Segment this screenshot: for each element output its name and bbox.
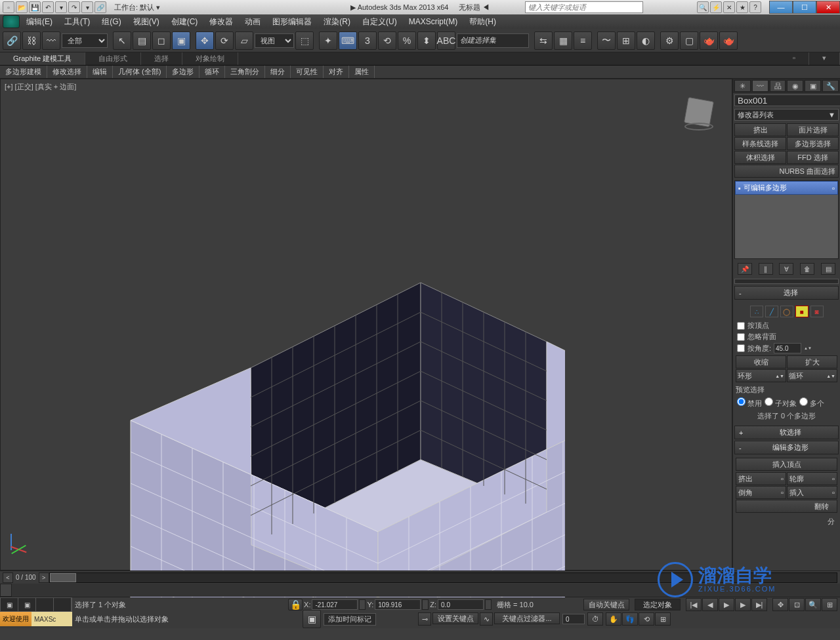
viewcube[interactable] — [679, 92, 719, 132]
link-tool-icon[interactable]: 🔗 — [3, 31, 21, 50]
favorite-icon[interactable]: ★ — [736, 1, 748, 13]
polygon-subobj-icon[interactable]: ■ — [795, 306, 808, 317]
help-icon[interactable]: ? — [749, 1, 761, 13]
patch-select-button[interactable]: 面片选择 — [787, 123, 839, 136]
link-icon[interactable]: 🔗 — [94, 1, 106, 13]
current-frame-input[interactable] — [562, 614, 585, 624]
angle-spinner[interactable] — [774, 343, 801, 353]
redo-drop-icon[interactable]: ▾ — [81, 1, 93, 13]
selection-rollout-header[interactable]: -选择 — [734, 286, 839, 300]
track-config-icon[interactable] — [0, 584, 12, 597]
ribbon-geometry[interactable]: 几何体 (全部) — [113, 66, 167, 78]
rotate-tool-icon[interactable]: ⟳ — [215, 31, 234, 50]
motion-tab-icon[interactable]: ◉ — [787, 80, 803, 92]
make-unique-icon[interactable]: ∀ — [779, 263, 793, 275]
ffd-select-button[interactable]: FFD 选择 — [787, 151, 839, 164]
time-config-icon[interactable]: ⏱ — [587, 612, 603, 626]
auto-key-button[interactable]: 自动关键点 — [583, 599, 629, 610]
menu-create[interactable]: 创建(C) — [166, 15, 203, 29]
nav-pan-icon[interactable]: ✋ — [606, 612, 621, 626]
menu-views[interactable]: 视图(V) — [128, 15, 165, 29]
remove-mod-icon[interactable]: 🗑 — [800, 263, 814, 275]
time-prev-icon[interactable]: < — [3, 572, 13, 583]
inset-button[interactable]: 插入▫ — [787, 486, 837, 499]
render-prod-icon[interactable]: 🫖 — [719, 31, 738, 50]
grow-button[interactable]: 扩大 — [787, 355, 837, 369]
keyboard-shortcut-icon[interactable]: ⌨ — [339, 31, 357, 50]
bind-spacewarp-icon[interactable]: 〰 — [42, 31, 60, 50]
script-btn-2[interactable]: ▣ — [18, 598, 36, 611]
minimize-button[interactable]: — — [769, 1, 793, 14]
window-crossing-icon[interactable]: ▣ — [172, 31, 190, 50]
select-object-icon[interactable]: ↖ — [113, 31, 131, 50]
show-end-icon[interactable]: ∥ — [759, 263, 773, 275]
layers-icon[interactable]: ≡ — [574, 31, 592, 50]
subscription-icon[interactable]: ⚡ — [710, 1, 722, 13]
ribbon-expand-icon[interactable]: ▾ — [809, 52, 840, 65]
pivot-center-icon[interactable]: ⬚ — [295, 31, 314, 50]
z-coord-input[interactable] — [438, 599, 484, 610]
display-tab-icon[interactable]: ▣ — [805, 80, 821, 92]
edit-named-sel-icon[interactable]: ABC — [437, 31, 455, 50]
ribbon-tab-freeform[interactable]: 自由形式 — [85, 52, 141, 65]
pin-stack-icon[interactable]: 📌 — [738, 263, 752, 275]
soft-selection-rollout-header[interactable]: +软选择 — [734, 426, 839, 439]
undo-drop-icon[interactable]: ▾ — [55, 1, 67, 13]
hierarchy-tab-icon[interactable]: 品 — [770, 80, 786, 92]
menu-rendering[interactable]: 渲染(R) — [318, 15, 356, 29]
named-selection-input[interactable] — [457, 33, 529, 48]
preview-off-radio[interactable]: 禁用 — [737, 397, 762, 409]
add-time-tag-text[interactable]: 添加时间标记 — [324, 613, 376, 626]
time-slider-handle[interactable] — [50, 573, 76, 582]
time-next-icon[interactable]: > — [39, 572, 49, 583]
redo-icon[interactable]: ↷ — [68, 1, 80, 13]
ribbon-align[interactable]: 对齐 — [324, 66, 349, 78]
ribbon-tab-paint[interactable]: 对象绘制 — [182, 52, 238, 65]
ribbon-tab-graphite[interactable]: Graphite 建模工具 — [0, 52, 85, 65]
nav-max-icon[interactable]: ⊞ — [655, 612, 671, 626]
ribbon-modify-sel[interactable]: 修改选择 — [47, 66, 87, 78]
ribbon-tab-selection[interactable]: 选择 — [141, 52, 182, 65]
create-tab-icon[interactable]: ✳ — [734, 80, 751, 92]
menu-customize[interactable]: 自定义(U) — [357, 15, 402, 29]
menu-animation[interactable]: 动画 — [240, 15, 266, 29]
selection-filter-dropdown[interactable]: 全部 — [62, 33, 108, 48]
nav-orbit-icon[interactable]: ⟲ — [639, 612, 654, 626]
new-icon[interactable]: ▫ — [3, 1, 14, 13]
maxscript-label[interactable]: MAXSc — [32, 612, 72, 626]
edit-poly-rollout-header[interactable]: -编辑多边形 — [734, 441, 839, 454]
manipulate-icon[interactable]: ✦ — [319, 31, 337, 50]
flip-button[interactable]: 翻转 — [736, 500, 837, 513]
lock-selection-icon[interactable]: 🔒 — [288, 599, 303, 610]
configure-icon[interactable]: ▤ — [821, 263, 835, 275]
expand-icon[interactable]: ▪ — [738, 184, 741, 192]
x-coord-input[interactable] — [312, 599, 358, 610]
menu-edit[interactable]: 编辑(E) — [21, 15, 58, 29]
maximize-button[interactable]: ☐ — [793, 1, 816, 14]
schematic-view-icon[interactable]: ⊞ — [617, 31, 635, 50]
ignore-backfacing-checkbox[interactable] — [737, 333, 745, 341]
render-icon[interactable]: 🫖 — [700, 31, 718, 50]
time-slider-label[interactable]: 0 / 100 — [13, 574, 39, 581]
scale-tool-icon[interactable]: ▱ — [235, 31, 253, 50]
modify-tab-icon[interactable]: 〰 — [752, 80, 768, 92]
select-region-icon[interactable]: ◻ — [152, 31, 171, 50]
viewport[interactable]: [+] [正交] [真实 + 边面] — [0, 79, 732, 570]
menu-modifiers[interactable]: 修改器 — [204, 15, 238, 29]
render-frame-icon[interactable]: ▢ — [680, 31, 698, 50]
snap-toggle-icon[interactable]: 3 — [358, 31, 377, 50]
menu-group[interactable]: 组(G) — [96, 15, 126, 29]
ribbon-subdiv[interactable]: 细分 — [265, 66, 291, 78]
utilities-tab-icon[interactable]: 🔧 — [822, 80, 839, 92]
workspace-label[interactable]: 工作台: 默认 ▾ — [114, 3, 160, 12]
extrude-modifier-button[interactable]: 挤出 — [734, 123, 786, 136]
modifier-stack[interactable]: ▪ 可编辑多边形 ▫ — [734, 180, 839, 259]
key-filter-icon[interactable]: ∿ — [480, 612, 493, 626]
angle-snap-icon[interactable]: ⟲ — [378, 31, 396, 50]
close-button[interactable]: ✕ — [816, 1, 840, 14]
set-key-button[interactable]: 设置关键点 — [432, 612, 478, 624]
align-icon[interactable]: ▦ — [554, 31, 572, 50]
vertex-subobj-icon[interactable]: ∴ — [750, 306, 763, 317]
isolate-icon[interactable]: ▣ — [303, 610, 321, 628]
vol-select-button[interactable]: 体积选择 — [734, 151, 786, 164]
